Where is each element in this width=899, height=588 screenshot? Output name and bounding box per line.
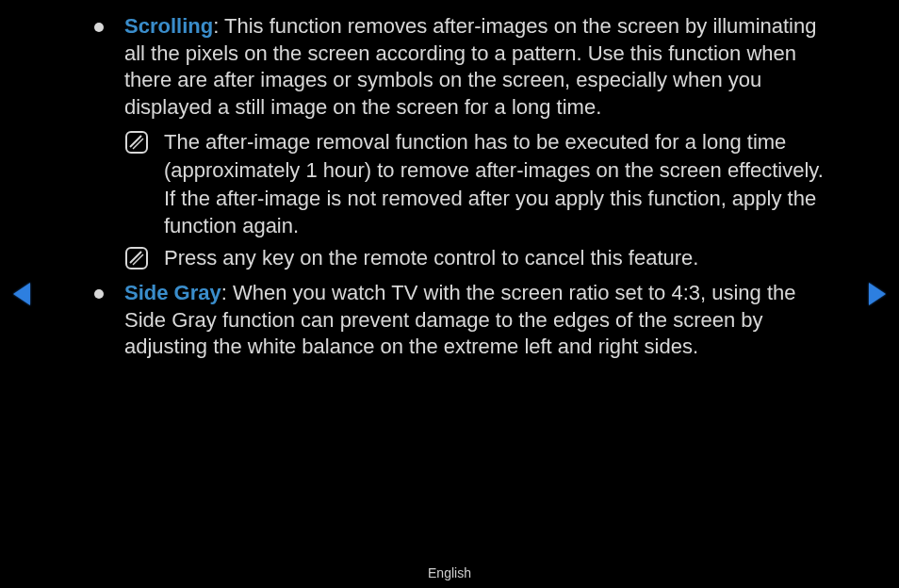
footer-language: English xyxy=(0,565,899,580)
content-area: Scrolling: This function removes after-i… xyxy=(0,0,899,361)
list-item: Scrolling: This function removes after-i… xyxy=(94,13,833,121)
nav-prev-button[interactable] xyxy=(13,283,30,305)
item-term: Side Gray xyxy=(124,281,221,304)
svg-rect-0 xyxy=(126,132,147,153)
item-body: Scrolling: This function removes after-i… xyxy=(124,13,833,121)
item-desc: : When you watch TV with the screen rati… xyxy=(124,281,796,358)
note-text: Press any key on the remote control to c… xyxy=(164,244,833,272)
note-icon xyxy=(124,130,149,158)
item-term: Scrolling xyxy=(124,14,213,38)
nav-next-button[interactable] xyxy=(869,283,886,305)
arrow-right-icon xyxy=(869,283,886,305)
bullet-icon xyxy=(94,289,104,299)
item-body: Side Gray: When you watch TV with the sc… xyxy=(124,280,833,361)
item-desc: : This function removes after-images on … xyxy=(124,14,816,119)
list-item: Side Gray: When you watch TV with the sc… xyxy=(94,280,833,361)
note-icon xyxy=(124,246,149,274)
bullet-icon xyxy=(94,23,104,32)
arrow-left-icon xyxy=(13,283,30,305)
note-row: The after-image removal function has to … xyxy=(124,128,833,240)
note-text: The after-image removal function has to … xyxy=(164,128,833,240)
note-row: Press any key on the remote control to c… xyxy=(124,244,833,274)
svg-rect-3 xyxy=(126,248,147,269)
